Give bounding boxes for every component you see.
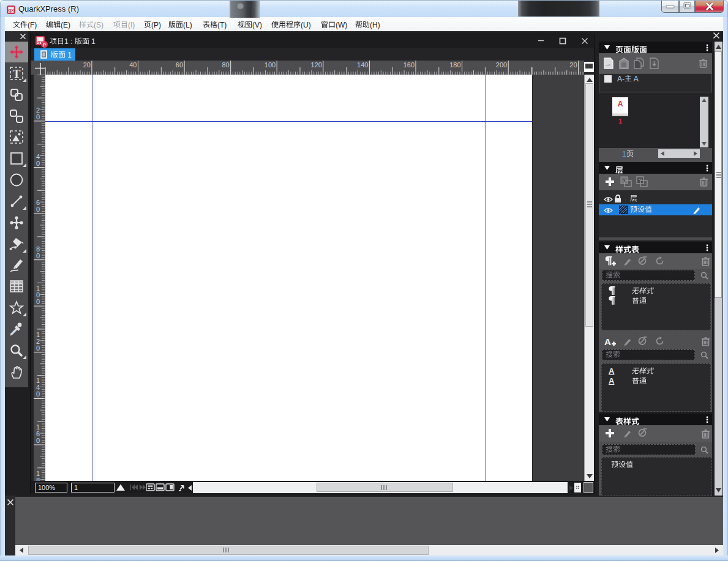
svg-text:8: 8 [36,477,40,481]
svg-text:180: 180 [449,61,460,69]
svg-text:0: 0 [36,298,40,305]
svg-text:0: 0 [36,437,40,444]
svg-text:0: 0 [36,113,40,121]
svg-text:qx: qx [8,7,14,13]
svg-text:T: T [13,67,21,80]
svg-text:60: 60 [176,61,183,69]
svg-text:20: 20 [83,61,91,69]
svg-text:0: 0 [36,252,40,259]
svg-text:P: P [43,42,47,48]
svg-text:140: 140 [357,61,368,69]
svg-text:A: A [604,336,611,347]
svg-text:0: 0 [36,390,40,398]
svg-text:20: 20 [569,61,577,69]
svg-text:0: 0 [36,160,40,167]
svg-text:200: 200 [496,61,507,69]
svg-text:160: 160 [403,61,415,69]
svg-text:0: 0 [36,206,40,213]
svg-text:40: 40 [129,61,137,69]
svg-text:120: 120 [310,61,321,69]
svg-text:100: 100 [265,61,276,69]
svg-text:0: 0 [36,344,40,352]
svg-text:80: 80 [222,61,229,69]
